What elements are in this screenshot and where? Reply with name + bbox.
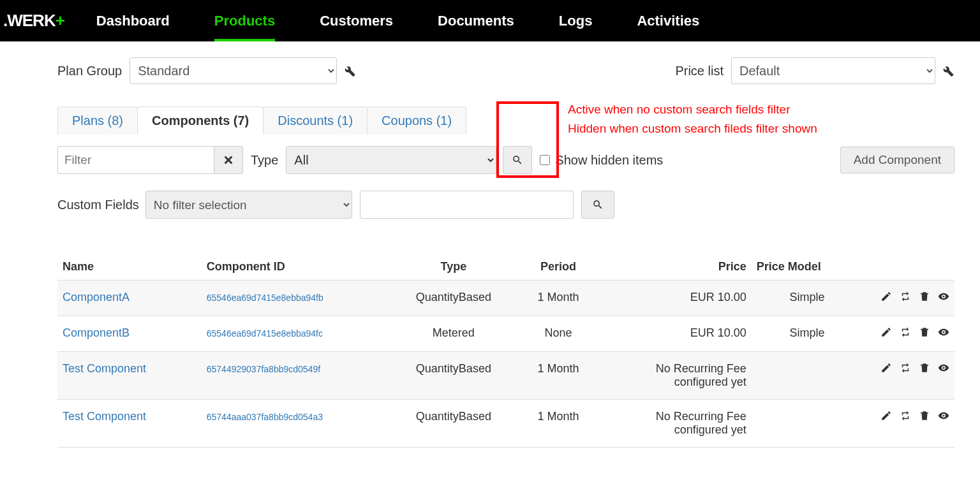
table-row: Test Component65744929037fa8bb9cd0549fQu… — [57, 352, 954, 400]
component-period: None — [509, 316, 607, 352]
component-period: 1 Month — [509, 281, 607, 316]
add-component-button[interactable]: Add Component — [840, 147, 954, 173]
components-table: NameComponent IDTypePeriodPricePrice Mod… — [57, 254, 954, 448]
nav-documents[interactable]: Documents — [415, 0, 537, 41]
col-name[interactable]: Name — [57, 254, 202, 281]
component-type: QuantityBased — [398, 281, 509, 316]
type-label: Type — [251, 153, 278, 168]
edit-button[interactable] — [880, 291, 892, 305]
visibility-button[interactable] — [938, 410, 949, 425]
retweet-icon — [900, 410, 911, 421]
component-type: QuantityBased — [398, 400, 509, 448]
nav-products[interactable]: Products — [192, 0, 297, 41]
table-row: Test Component65744aaa037fa8bb9cd054a3Qu… — [57, 400, 954, 448]
eye-icon — [938, 362, 949, 374]
delete-button[interactable] — [919, 291, 930, 305]
tab-discounts[interactable]: Discounts (1) — [263, 106, 368, 135]
wrench-icon — [342, 63, 356, 77]
col-period[interactable]: Period — [509, 254, 607, 281]
tab-components[interactable]: Components (7) — [137, 106, 264, 135]
duplicate-button[interactable] — [900, 291, 911, 305]
custom-fields-value-input[interactable] — [360, 191, 574, 219]
price-list-config-button[interactable] — [940, 63, 954, 79]
show-hidden-checkbox[interactable] — [540, 155, 550, 165]
show-hidden-label: Show hidden items — [555, 153, 663, 168]
edit-icon — [880, 410, 892, 421]
edit-button[interactable] — [880, 410, 892, 425]
component-name-link[interactable]: Test Component — [63, 362, 146, 375]
plan-group-label: Plan Group — [57, 64, 130, 78]
edit-icon — [880, 362, 892, 374]
visibility-button[interactable] — [938, 326, 949, 341]
component-period: 1 Month — [509, 352, 607, 400]
component-name-link[interactable]: ComponentA — [63, 291, 130, 303]
table-row: ComponentA65546ea69d7415e8ebba94fbQuanti… — [57, 281, 954, 316]
trash-icon — [919, 291, 930, 302]
retweet-icon — [900, 291, 911, 302]
edit-icon — [880, 326, 892, 338]
nav-logs[interactable]: Logs — [537, 0, 615, 41]
duplicate-button[interactable] — [900, 410, 911, 425]
edit-icon — [880, 291, 892, 302]
visibility-button[interactable] — [938, 291, 949, 305]
delete-button[interactable] — [919, 326, 930, 341]
component-model — [752, 352, 863, 400]
component-id[interactable]: 65546ea69d7415e8ebba94fb — [207, 293, 323, 303]
logo-plus: + — [56, 11, 64, 30]
nav-dashboard[interactable]: Dashboard — [74, 0, 192, 41]
eye-icon — [938, 291, 949, 302]
nav-customers[interactable]: Customers — [297, 0, 415, 41]
custom-fields-select[interactable]: No filter selection — [145, 191, 352, 219]
component-price: No Recurring Fee configured yet — [607, 400, 752, 448]
clear-filter-button[interactable] — [214, 146, 243, 174]
component-model: Simple — [752, 316, 863, 352]
col-component-id[interactable]: Component ID — [202, 254, 398, 281]
subtabs: Plans (8)Components (7)Discounts (1)Coup… — [57, 106, 954, 135]
component-id[interactable]: 65546ea69d7415e8ebba94fc — [207, 328, 323, 339]
component-type: Metered — [398, 316, 509, 352]
type-select[interactable]: All — [286, 146, 496, 174]
component-id[interactable]: 65744929037fa8bb9cd0549f — [207, 364, 320, 374]
trash-icon — [919, 410, 930, 421]
custom-fields-search-button[interactable] — [581, 191, 614, 219]
close-icon — [223, 154, 234, 166]
filter-input[interactable] — [57, 146, 214, 174]
visibility-button[interactable] — [938, 362, 949, 377]
component-price: No Recurring Fee configured yet — [607, 352, 752, 400]
component-id[interactable]: 65744aaa037fa8bb9cd054a3 — [207, 412, 323, 422]
component-name-link[interactable]: Test Component — [63, 410, 146, 423]
price-list-select[interactable]: Default — [731, 57, 935, 84]
plan-group-select[interactable]: Standard — [130, 57, 337, 84]
col-price-model[interactable]: Price Model — [752, 254, 863, 281]
retweet-icon — [900, 326, 911, 338]
component-type: QuantityBased — [398, 352, 509, 400]
eye-icon — [938, 410, 949, 421]
delete-button[interactable] — [919, 410, 930, 425]
duplicate-button[interactable] — [900, 362, 911, 377]
delete-button[interactable] — [919, 362, 930, 377]
trash-icon — [919, 362, 930, 374]
search-toggle-button[interactable] — [503, 146, 532, 174]
logo-text: .WERK — [3, 11, 56, 30]
plan-group-config-button[interactable] — [342, 63, 356, 79]
annotation-notes: Active when no custom search fields filt… — [568, 100, 817, 139]
top-nav: .WERK+ DashboardProductsCustomersDocumen… — [0, 0, 980, 41]
wrench-icon — [940, 63, 954, 77]
component-price: EUR 10.00 — [607, 281, 752, 316]
filter-row: Type All Show hidden items Add Component… — [57, 146, 954, 174]
col-type[interactable]: Type — [398, 254, 509, 281]
edit-button[interactable] — [880, 362, 892, 377]
component-period: 1 Month — [509, 400, 607, 448]
logo: .WERK+ — [3, 11, 74, 31]
tab-plans[interactable]: Plans (8) — [57, 106, 138, 135]
component-model: Simple — [752, 281, 863, 316]
component-price: EUR 10.00 — [607, 316, 752, 352]
component-name-link[interactable]: ComponentB — [63, 326, 130, 339]
col-price[interactable]: Price — [607, 254, 752, 281]
component-model — [752, 400, 863, 448]
nav-activities[interactable]: Activities — [614, 0, 722, 41]
trash-icon — [919, 326, 930, 338]
duplicate-button[interactable] — [900, 326, 911, 341]
tab-coupons[interactable]: Coupons (1) — [367, 106, 466, 135]
edit-button[interactable] — [880, 326, 892, 341]
